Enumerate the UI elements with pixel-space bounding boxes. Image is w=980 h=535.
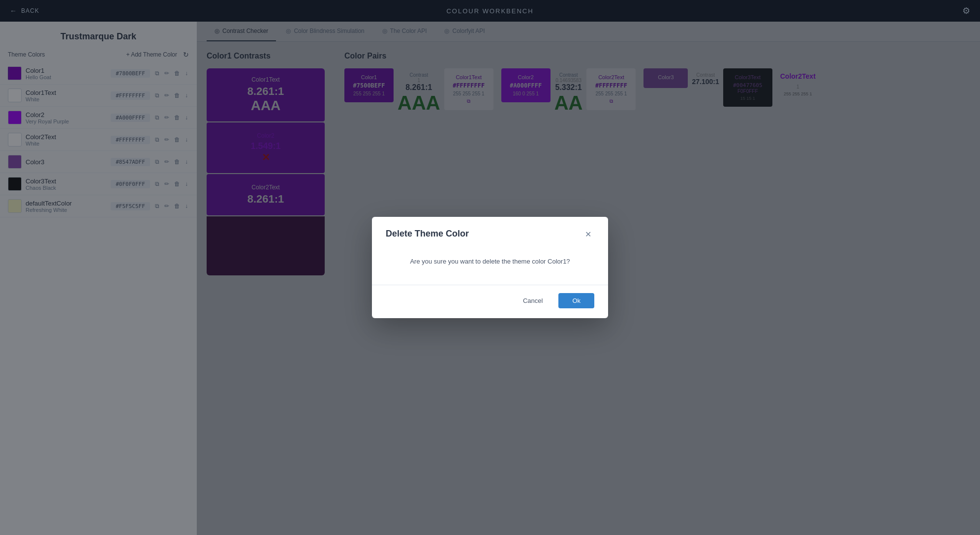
modal-overlay: Delete Theme Color ✕ Are you sure you wa… [0,0,980,535]
dialog-close-button[interactable]: ✕ [582,229,594,240]
dialog-title: Delete Theme Color [386,229,469,239]
dialog-body: Are you sure you want to delete the them… [372,248,608,285]
dialog-header: Delete Theme Color ✕ [372,217,608,248]
ok-button[interactable]: Ok [558,293,594,308]
delete-dialog: Delete Theme Color ✕ Are you sure you wa… [372,217,608,318]
cancel-button[interactable]: Cancel [513,293,552,308]
dialog-footer: Cancel Ok [372,285,608,318]
dialog-message: Are you sure you want to delete the them… [410,258,570,265]
